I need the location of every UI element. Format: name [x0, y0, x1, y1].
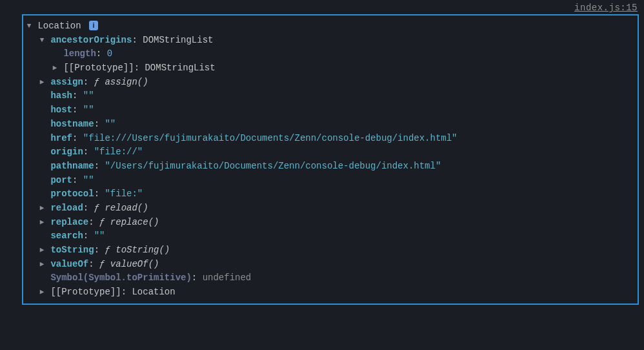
property-value: valueOf() — [110, 259, 159, 269]
property-value: "" — [94, 231, 105, 241]
property-key: Symbol(Symbol.toPrimitive) — [50, 273, 191, 283]
property-key: replace — [50, 217, 88, 227]
property-key: length — [63, 48, 96, 59]
row-replace[interactable]: replace: ƒ replace() — [23, 216, 638, 230]
info-icon[interactable]: i — [89, 21, 98, 30]
expand-arrow-icon[interactable] — [39, 259, 45, 270]
function-f-glyph: ƒ — [105, 245, 110, 255]
function-f-glyph: ƒ — [99, 217, 105, 227]
property-key: reload — [50, 203, 83, 213]
property-key: [[Prototype]] — [50, 287, 121, 297]
property-value: Location — [132, 287, 175, 297]
property-key: host — [50, 105, 72, 115]
row-ancestorOrigins-length[interactable]: length: 0 — [23, 47, 638, 61]
property-value: 0 — [107, 48, 112, 59]
property-value: DOMStringList — [143, 35, 213, 45]
expand-arrow-icon[interactable] — [39, 217, 45, 228]
property-value: "" — [83, 105, 94, 115]
property-value: DOMStringList — [145, 63, 215, 73]
property-key: search — [50, 231, 83, 241]
property-value: "" — [83, 175, 94, 185]
expand-arrow-icon[interactable] — [39, 77, 45, 88]
function-f-glyph: ƒ — [94, 77, 99, 87]
property-value: "/Users/fujimurakaito/Documents/Zenn/con… — [105, 161, 441, 171]
property-key: [[Prototype]] — [63, 63, 134, 73]
expand-arrow-icon[interactable] — [52, 63, 58, 74]
row-valueOf[interactable]: valueOf: ƒ valueOf() — [23, 258, 638, 272]
property-value: replace() — [110, 217, 159, 227]
property-key: protocol — [50, 189, 94, 199]
property-value: toString() — [116, 245, 170, 255]
expand-arrow-icon[interactable] — [26, 21, 32, 32]
property-key: hostname — [50, 119, 94, 129]
row-port[interactable]: port: "" — [23, 174, 638, 188]
expand-arrow-icon[interactable] — [39, 287, 45, 298]
property-value: "file:///Users/fujimurakaito/Documents/Z… — [83, 133, 458, 143]
source-link[interactable]: index.js:15 — [0, 0, 644, 14]
property-key: ancestorOrigins — [50, 35, 132, 45]
row-ancestorOrigins[interactable]: ancestorOrigins: DOMStringList — [23, 34, 638, 48]
expand-arrow-icon[interactable] — [39, 35, 45, 46]
row-hostname[interactable]: hostname: "" — [23, 118, 638, 132]
row-href[interactable]: href: "file:///Users/fujimurakaito/Docum… — [23, 132, 638, 146]
property-value: "" — [105, 119, 116, 129]
row-ancestorOrigins-proto[interactable]: [[Prototype]]: DOMStringList — [23, 61, 638, 76]
row-origin[interactable]: origin: "file://" — [23, 145, 638, 160]
object-class-name: Location — [37, 21, 81, 31]
function-f-glyph: ƒ — [99, 259, 105, 269]
row-root[interactable]: Location i — [23, 19, 638, 34]
property-value: reload() — [105, 203, 148, 213]
property-key: origin — [50, 147, 83, 157]
property-value: "file://" — [94, 147, 143, 157]
property-key: port — [50, 175, 72, 185]
row-hash[interactable]: hash: "" — [23, 89, 638, 103]
row-symbol-toPrimitive[interactable]: Symbol(Symbol.toPrimitive): undefined — [23, 271, 638, 285]
row-search[interactable]: search: "" — [23, 229, 638, 243]
property-value: "file:" — [105, 189, 143, 199]
property-key: valueOf — [50, 259, 88, 269]
property-key: assign — [50, 77, 83, 87]
row-pathname[interactable]: pathname: "/Users/fujimurakaito/Document… — [23, 160, 638, 174]
property-key: toString — [50, 245, 94, 255]
row-reload[interactable]: reload: ƒ reload() — [23, 201, 638, 216]
property-value: "" — [83, 90, 94, 101]
property-value: undefined — [203, 273, 252, 283]
property-key: hash — [50, 90, 72, 101]
function-f-glyph: ƒ — [94, 203, 99, 213]
console-object-location: Location i ancestorOrigins: DOMStringLis… — [22, 14, 639, 305]
property-key: pathname — [50, 161, 94, 171]
expand-arrow-icon[interactable] — [39, 203, 45, 214]
property-value: assign() — [105, 77, 148, 87]
row-host[interactable]: host: "" — [23, 103, 638, 118]
property-key: href — [50, 133, 72, 143]
row-proto[interactable]: [[Prototype]]: Location — [23, 285, 638, 300]
row-assign[interactable]: assign: ƒ assign() — [23, 76, 638, 90]
row-protocol[interactable]: protocol: "file:" — [23, 187, 638, 201]
row-toString[interactable]: toString: ƒ toString() — [23, 243, 638, 258]
expand-arrow-icon[interactable] — [39, 245, 45, 256]
